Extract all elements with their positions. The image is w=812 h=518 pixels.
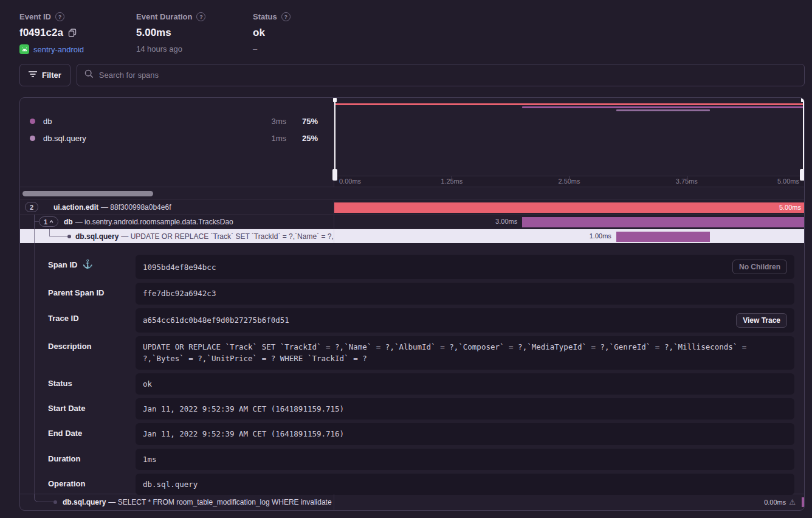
detail-row-duration: Duration 1ms bbox=[29, 449, 794, 470]
start-date-value: Jan 11, 2022 9:52:39 AM CET (1641891159.… bbox=[143, 403, 787, 415]
detail-row-parent-span-id: Parent Span ID ffe7dbc92a6942c3 bbox=[29, 283, 794, 304]
status-block: Status ? ok – bbox=[253, 12, 370, 54]
help-icon[interactable]: ? bbox=[196, 12, 205, 21]
span-duration: 3.00ms bbox=[475, 218, 517, 225]
span-row-ui-action-edit[interactable]: 2 ui.action.edit— 88f300998a0b4e6f 5.00m… bbox=[20, 199, 804, 214]
span-duration: 5.00ms bbox=[779, 204, 804, 211]
event-duration-value: 5.00ms bbox=[136, 27, 171, 39]
span-id-value: 1095bd4ef8e94bcc bbox=[143, 261, 732, 273]
span-op: db.sql.query bbox=[75, 232, 119, 241]
tree-horizontal-scrollbar[interactable] bbox=[20, 187, 804, 200]
detail-row-description: Description UPDATE OR REPLACE `Track` SE… bbox=[29, 336, 794, 370]
status-label: Status bbox=[253, 12, 277, 21]
op-color-dot bbox=[30, 136, 35, 141]
span-desc: SELECT * FROM room_table_modification_lo… bbox=[118, 498, 332, 506]
end-date-value: Jan 11, 2022 9:52:39 AM CET (1641891159.… bbox=[143, 428, 787, 440]
span-tree: 2 ui.action.edit— 88f300998a0b4e6f 5.00m… bbox=[20, 199, 804, 243]
status-detail-value: ok bbox=[143, 378, 787, 390]
no-children-badge: No Children bbox=[732, 260, 787, 274]
parent-span-id-value: ffe7dbc92a6942c3 bbox=[143, 288, 787, 299]
span-desc: io.sentry.android.roomsample.data.Tracks… bbox=[84, 218, 233, 226]
legend-item-db-sql-query[interactable]: db.sql.query 1ms 25% bbox=[20, 130, 334, 147]
op-color-dot bbox=[30, 119, 35, 124]
tree-elbow-connector bbox=[34, 494, 53, 502]
event-id-value: f0491c2a bbox=[19, 27, 63, 39]
span-duration: 1.00ms bbox=[569, 232, 611, 240]
event-duration-label: Event Duration bbox=[136, 12, 192, 21]
zero-duration-marker bbox=[802, 497, 804, 507]
span-row-db-sql-query-select[interactable]: db.sql.query— SELECT * FROM room_table_m… bbox=[20, 494, 804, 510]
trace-minimap[interactable] bbox=[334, 98, 804, 176]
axis-tick: 2.50ms bbox=[558, 178, 580, 185]
minimap-span-ui-action-edit bbox=[334, 103, 804, 105]
span-op: ui.action.edit bbox=[53, 203, 98, 212]
status-value: ok bbox=[253, 27, 265, 39]
event-time-ago: 14 hours ago bbox=[136, 44, 182, 54]
axis-tick: 5.00ms bbox=[777, 178, 799, 185]
minimap-span-db-sql-query bbox=[616, 109, 710, 111]
scrollbar-thumb[interactable] bbox=[22, 191, 153, 196]
copy-icon[interactable] bbox=[68, 29, 77, 37]
event-id-block: Event ID ? f0491c2a sentry-android bbox=[19, 12, 136, 54]
filter-button-label: Filter bbox=[42, 71, 61, 80]
span-bar[interactable]: 5.00ms bbox=[334, 202, 804, 213]
minimap-left-handle[interactable] bbox=[334, 98, 335, 176]
span-row-db-sql-query-selected[interactable]: db.sql.query— UPDATE OR REPLACE `Track` … bbox=[20, 229, 804, 243]
search-input[interactable] bbox=[99, 71, 797, 80]
span-bar[interactable] bbox=[616, 232, 710, 242]
minimap-span-db bbox=[522, 106, 804, 108]
legend-item-db[interactable]: db 3ms 75% bbox=[20, 112, 334, 130]
chevron-up-icon bbox=[49, 220, 53, 223]
status-sub: – bbox=[253, 44, 257, 54]
span-row-db[interactable]: 1 db— io.sentry.android.roomsample.data.… bbox=[20, 214, 804, 229]
detail-row-status: Status ok bbox=[29, 373, 794, 395]
duration-value: 1ms bbox=[143, 454, 787, 465]
filter-button[interactable]: Filter bbox=[19, 64, 71, 86]
help-icon[interactable]: ? bbox=[281, 12, 291, 21]
spans-toolbar: Filter bbox=[0, 64, 812, 86]
span-op: db.sql.query bbox=[63, 498, 106, 506]
op-breakdown-legend: db 3ms 75% db.sql.query 1ms 25% bbox=[20, 98, 334, 176]
android-platform-icon bbox=[19, 44, 29, 54]
anchor-icon[interactable]: ⚓ bbox=[82, 259, 92, 269]
span-op: db bbox=[64, 218, 73, 226]
span-desc: UPDATE OR REPLACE `Track` SET `TrackId` … bbox=[131, 232, 334, 241]
children-count-pill[interactable]: 1 bbox=[39, 216, 58, 227]
span-details: Span ID ⚓ 1095bd4ef8e94bcc No Children P… bbox=[20, 243, 804, 494]
filter-icon bbox=[29, 71, 37, 80]
search-icon bbox=[84, 69, 94, 81]
event-id-label: Event ID bbox=[19, 12, 51, 21]
detail-row-span-id: Span ID ⚓ 1095bd4ef8e94bcc No Children bbox=[29, 255, 794, 279]
description-value: UPDATE OR REPLACE `Track` SET `TrackId` … bbox=[143, 341, 787, 365]
warning-icon: ⚠ bbox=[789, 498, 796, 506]
span-bar[interactable] bbox=[522, 217, 804, 227]
axis-tick: 1.25ms bbox=[441, 178, 463, 185]
time-axis: 0.00ms 1.25ms 2.50ms 3.75ms 5.00ms bbox=[334, 176, 804, 187]
span-duration: 0.00ms bbox=[764, 499, 786, 506]
children-count-pill[interactable]: 2 bbox=[25, 202, 38, 212]
event-header: Event ID ? f0491c2a sentry-android Event… bbox=[0, 0, 812, 54]
axis-tick: 3.75ms bbox=[676, 178, 698, 185]
detail-row-operation: Operation db.sql.query bbox=[29, 474, 794, 495]
event-duration-block: Event Duration ? 5.00ms 14 hours ago bbox=[136, 12, 253, 54]
axis-tick: 0.00ms bbox=[339, 178, 361, 185]
detail-row-end-date: End Date Jan 11, 2022 9:52:39 AM CET (16… bbox=[29, 423, 794, 444]
view-trace-button[interactable]: View Trace bbox=[736, 313, 787, 328]
project-link[interactable]: sentry-android bbox=[33, 45, 84, 54]
trace-id-value: a654cc61dc0b48ef9d0b27275b6f0d51 bbox=[143, 314, 736, 326]
trace-view-panel: db 3ms 75% db.sql.query 1ms 25% 0 bbox=[19, 97, 805, 511]
detail-row-trace-id: Trace ID a654cc61dc0b48ef9d0b27275b6f0d5… bbox=[29, 308, 794, 333]
detail-row-start-date: Start Date Jan 11, 2022 9:52:39 AM CET (… bbox=[29, 398, 794, 420]
span-search[interactable] bbox=[77, 64, 805, 86]
help-icon[interactable]: ? bbox=[55, 12, 64, 21]
minimap-right-handle[interactable] bbox=[803, 98, 804, 176]
span-desc: 88f300998a0b4e6f bbox=[110, 203, 171, 212]
operation-value: db.sql.query bbox=[143, 478, 787, 490]
